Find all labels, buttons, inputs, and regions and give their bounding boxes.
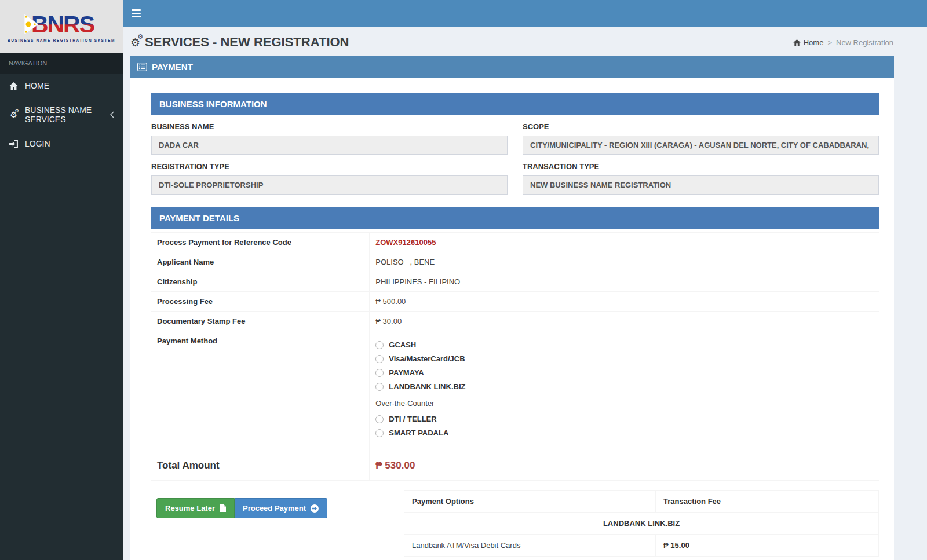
sign-in-icon <box>9 140 19 148</box>
breadcrumb: Home > New Registration <box>793 38 893 47</box>
table-row: Applicant Name POLISO , BENE <box>151 252 879 272</box>
panel-title: PAYMENT <box>152 62 193 72</box>
payment-option-visa-mastercard-jcb[interactable]: Visa/MasterCard/JCB <box>375 354 873 363</box>
page-title: ⚙︎⚙︎ SERVICES - NEW REGISTRATION <box>130 35 349 50</box>
payment-option-smart-padala[interactable]: SMART PADALA <box>375 429 873 437</box>
paymaya-radio[interactable] <box>375 369 384 377</box>
bnrs-logo[interactable]: BNRS BUSINESS NAME REGISTRATION SYSTEM <box>0 0 123 53</box>
payment-option-gcash[interactable]: GCASH <box>375 341 873 349</box>
doc-stamp-fee-value: ₱ 30.00 <box>370 312 879 331</box>
chevron-left-icon <box>110 111 114 118</box>
transaction-type-field <box>523 175 879 195</box>
sidebar-item-business-name-services[interactable]: ⚙︎⚙︎ BUSINESS NAME SERVICES <box>0 98 123 131</box>
breadcrumb-current: New Registration <box>836 38 893 47</box>
transaction-fee-column-header: Transaction Fee <box>656 491 879 513</box>
table-row: Documentary Stamp Fee ₱ 30.00 <box>151 312 879 331</box>
business-information-header: BUSINESS INFORMATION <box>151 93 879 115</box>
citizenship-value: PHILIPPINES - FILIPINO <box>370 272 879 292</box>
gears-icon: ⚙︎⚙︎ <box>130 36 140 49</box>
arrow-circle-right-icon <box>311 504 319 513</box>
over-the-counter-label: Over-the-Counter <box>375 399 873 408</box>
processing-fee-label: Processing Fee <box>151 292 370 312</box>
bnrs-logo-image: BNRS <box>17 11 105 38</box>
payment-method-label: Payment Method <box>151 331 370 451</box>
breadcrumb-home-link[interactable]: Home <box>793 38 824 47</box>
payment-details-table: Process Payment for Reference Code ZOWX9… <box>151 232 879 481</box>
applicant-name-value: POLISO , BENE <box>370 252 879 272</box>
payment-details-header: PAYMENT DETAILS <box>151 207 879 229</box>
scope-label: SCOPE <box>523 122 879 131</box>
home-icon <box>9 82 19 90</box>
logo-text: BNRS <box>31 11 94 38</box>
logo-subtitle: BUSINESS NAME REGISTRATION SYSTEM <box>8 38 115 42</box>
smart-padala-radio[interactable] <box>375 429 384 437</box>
fee-option-amount: ₱ 15.00 <box>656 535 879 557</box>
landbank-linkbiz-group-header: LANDBANK LINK.BIZ <box>404 513 879 535</box>
fee-table-header-row: Payment Options Transaction Fee <box>404 491 879 513</box>
payment-options-fee-table: Payment Options Transaction Fee LANDBANK… <box>404 490 879 557</box>
proceed-payment-button[interactable]: Proceed Payment <box>235 498 327 518</box>
sidebar-item-login[interactable]: LOGIN <box>0 131 123 156</box>
list-alt-icon <box>137 63 147 71</box>
sidebar-item-label: BUSINESS NAME SERVICES <box>25 105 103 124</box>
total-amount-row: Total Amount ₱ 530.00 <box>151 451 879 481</box>
table-row: Payment Method GCASH Visa/MasterCard/JCB <box>151 331 879 451</box>
file-icon <box>220 504 226 512</box>
visa-mastercard-jcb-radio[interactable] <box>375 355 384 363</box>
table-row: Processing Fee ₱ 500.00 <box>151 292 879 312</box>
dti-teller-radio[interactable] <box>375 415 384 423</box>
scope-field <box>523 136 879 155</box>
breadcrumb-separator: > <box>827 38 832 47</box>
processing-fee-value: ₱ 500.00 <box>370 292 879 312</box>
reference-code-label: Process Payment for Reference Code <box>151 233 370 252</box>
table-row: Citizenship PHILIPPINES - FILIPINO <box>151 272 879 292</box>
gears-icon: ⚙︎⚙︎ <box>9 111 19 119</box>
business-name-field <box>151 136 508 155</box>
sidebar: BNRS BUSINESS NAME REGISTRATION SYSTEM N… <box>0 0 123 560</box>
payment-panel: PAYMENT BUSINESS INFORMATION BUSINESS NA… <box>130 56 894 560</box>
business-name-label: BUSINESS NAME <box>151 122 508 131</box>
payment-options-column-header: Payment Options <box>404 491 656 513</box>
fee-option-name: Landbank ATM/Visa Debit Cards <box>404 535 656 557</box>
payment-option-paymaya[interactable]: PAYMAYA <box>375 368 873 377</box>
fee-table-group-row: LANDBANK LINK.BIZ <box>404 513 879 535</box>
sidebar-section-label: NAVIGATION <box>0 53 123 74</box>
registration-type-label: REGISTRATION TYPE <box>151 162 508 171</box>
resume-later-button[interactable]: Resume Later <box>156 498 235 518</box>
sidebar-item-label: LOGIN <box>25 139 50 148</box>
table-row: Landbank ATM/Visa Debit Cards ₱ 15.00 <box>404 535 879 557</box>
citizenship-label: Citizenship <box>151 272 370 292</box>
top-navbar <box>123 0 927 27</box>
payment-option-dti-teller[interactable]: DTI / TELLER <box>375 415 873 423</box>
applicant-name-label: Applicant Name <box>151 252 370 272</box>
payment-option-landbank-linkbiz[interactable]: LANDBANK LINK.BIZ <box>375 382 873 391</box>
landbank-linkbiz-radio[interactable] <box>375 383 384 391</box>
doc-stamp-fee-label: Documentary Stamp Fee <box>151 312 370 331</box>
payment-panel-header: PAYMENT <box>130 56 894 78</box>
sidebar-toggle-hamburger-icon[interactable] <box>123 0 149 27</box>
registration-type-field <box>151 175 508 195</box>
home-icon <box>793 39 801 46</box>
transaction-type-label: TRANSACTION TYPE <box>523 162 879 171</box>
sidebar-item-label: HOME <box>25 81 49 90</box>
sidebar-item-home[interactable]: HOME <box>0 74 123 98</box>
gcash-radio[interactable] <box>375 341 384 349</box>
reference-code-value: ZOWX912610055 <box>375 238 436 247</box>
total-amount-value: ₱ 530.00 <box>375 460 415 471</box>
table-row: Process Payment for Reference Code ZOWX9… <box>151 233 879 252</box>
total-amount-label: Total Amount <box>151 451 370 481</box>
